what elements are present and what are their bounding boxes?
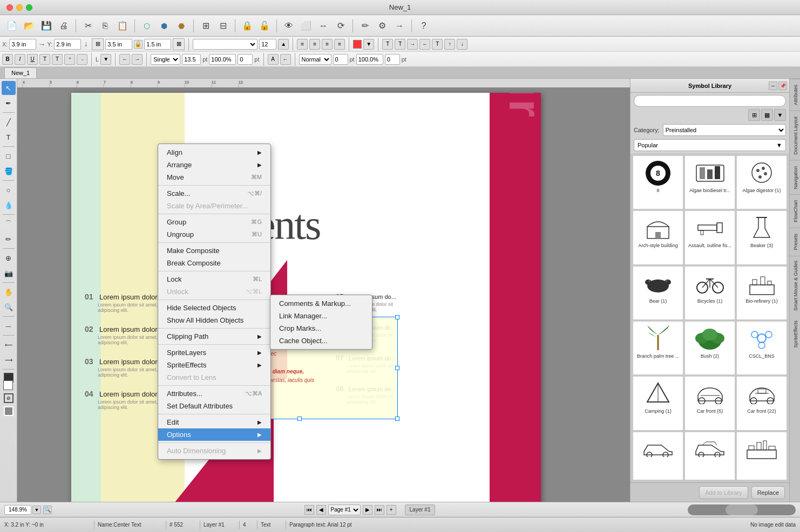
layer-select[interactable]: Layer #1 [405,504,436,515]
symbol-item-beaker[interactable]: Beaker (3) [736,210,787,264]
symbol-search-input[interactable] [634,95,786,107]
panel-pin-btn[interactable]: 📌 [778,81,787,90]
symbol-item-bear[interactable]: Bear (1) [633,266,683,320]
unlock-btn[interactable]: 🔓 [257,18,272,33]
submenu-item-cache-object[interactable]: Cache Object... [270,335,372,347]
smart-mouse-tab[interactable]: Smart Mouse & Guides [790,256,800,315]
scroll-bar[interactable] [688,504,796,515]
crop-tool[interactable]: ⊕ [2,251,16,265]
ellipse-tool[interactable]: ○ [2,183,16,197]
dash-tool[interactable]: — [2,319,16,333]
symbol-item-car-side-2[interactable] [684,432,735,480]
symbol-item-bio-refinery[interactable]: Bio-refinery (1) [736,266,787,320]
align-tr[interactable]: ⬣ [174,18,189,33]
align-tc[interactable]: ⬢ [157,18,172,33]
color-dropdown[interactable]: ▼ [363,39,374,50]
arrow-left-tool[interactable]: ⟵ [2,338,16,352]
settings-btn[interactable]: ⚙ [375,18,390,33]
rect-tool[interactable]: □ [2,149,16,163]
eyedrop-tool[interactable]: 💧 [2,198,16,212]
minimize-button[interactable] [16,4,23,11]
spacing-select[interactable]: Single [151,54,180,65]
fill-tool[interactable]: 🪣 [2,164,16,178]
l-dropdown[interactable]: ▼ [100,54,111,65]
menu-item-attributes[interactable]: Attributes... ⌥⌘A [158,387,270,400]
canvas-btn[interactable]: ⬜ [299,18,314,33]
font-size-input[interactable] [259,39,276,50]
symbol-item-car-front-5[interactable]: Car front (5) [684,376,735,430]
refresh-btn[interactable]: ⟳ [333,18,348,33]
navigation-tab[interactable]: Navigation [790,160,800,195]
close-button[interactable] [6,4,13,11]
grid-btn[interactable]: ⊞ [198,18,213,33]
no-fill-btn[interactable]: ⊘ [4,393,13,403]
maximize-button[interactable] [26,4,32,11]
new-button[interactable]: 📄 [4,18,19,33]
zoom-input[interactable] [4,505,31,515]
bezier-tool[interactable]: ⌒ [2,217,16,231]
align-tl[interactable]: ⬡ [139,18,154,33]
line-tool[interactable]: ╱ [2,115,16,129]
height-input[interactable] [144,39,171,50]
page-first-btn[interactable]: ⏮ [304,505,314,515]
menu-item-group[interactable]: Group ⌘G [158,216,270,228]
page-next-btn[interactable]: ▶ [363,505,372,515]
zoom-tool[interactable]: 🔍 [2,300,16,314]
menu-item-make-composite[interactable]: Make Composite [158,244,270,257]
submenu-item-crop-marks[interactable]: Crop Marks... [270,322,372,335]
sub-btn[interactable]: ₋ [77,54,87,65]
text-btn4[interactable]: ← [419,39,430,50]
menu-item-spriteeffects[interactable]: SpriteEffects ▶ [158,359,270,371]
text-btn7[interactable]: ↓ [457,39,467,50]
caps-btn[interactable]: T [39,54,50,65]
offset2-input[interactable] [385,54,400,65]
symbol-item-arch[interactable]: Arch-style building [633,210,683,264]
bold-btn[interactable]: B [2,54,13,65]
popular-dropdown[interactable]: Popular ▼ [634,139,786,151]
symbol-item-assault[interactable]: Assault, outline fis... [684,210,735,264]
arrow-btn2[interactable]: → [132,54,143,65]
pen-tool[interactable]: ✒ [2,96,16,110]
menu-item-edit[interactable]: Edit ▶ [158,416,270,428]
hand-tool[interactable]: ✋ [2,285,16,299]
submenu-item-comments[interactable]: Comments & Markup... [270,297,372,310]
menu-item-move[interactable]: Move ⌘M [158,171,270,183]
x-input[interactable] [9,39,36,50]
menu-item-show-hidden[interactable]: Show All Hidden Objects [158,314,270,326]
menu-item-ungroup[interactable]: Ungroup ⌘U [158,228,270,241]
align-right-btn[interactable]: ≡ [322,39,333,50]
symbol-item-camping[interactable]: Camping (1) [633,376,683,430]
flowchart-tab[interactable]: FlowChart [790,194,800,228]
text-btn2[interactable]: T [395,39,405,50]
handle-mr[interactable] [395,366,399,370]
submenu-item-link-manager[interactable]: Link Manager... [270,310,372,322]
font-size-up[interactable]: ▲ [278,39,289,50]
transform-btn[interactable]: ⊠ [173,38,185,50]
pencil-tool[interactable]: ✏ [2,232,16,246]
help-btn[interactable]: ? [416,18,431,33]
grid-small-view-btn[interactable]: ⊞ [748,109,760,121]
panel-minimize-btn[interactable]: ─ [769,81,777,90]
menu-item-lock[interactable]: Lock ⌘L [158,273,270,285]
menu-item-break-composite[interactable]: Break Composite [158,257,270,269]
arrow-btn1[interactable]: ← [119,54,130,65]
scroll-thumb[interactable] [726,504,758,515]
zoom-dropdown[interactable]: ▼ [32,506,41,514]
align-center-btn[interactable]: ≡ [309,39,320,50]
offset-input[interactable] [238,54,253,65]
handle-bc[interactable] [297,417,302,421]
symbol-item-8ball[interactable]: 8 8 [633,155,683,209]
add-page-btn[interactable]: + [387,505,396,515]
symbol-item-car-side-1[interactable] [633,432,683,480]
grid-large-view-btn[interactable]: ▦ [761,109,773,121]
symbol-item-branch-palm[interactable]: Branch palm tree ... [633,321,683,375]
presets-tab[interactable]: Presets [790,228,800,256]
symbol-item-bush[interactable]: Bush (2) [684,321,735,375]
grid2-btn[interactable]: ⊟ [215,18,230,33]
camera-tool[interactable]: 📷 [2,266,16,280]
category-select[interactable]: Preinstalled [663,124,786,136]
arrow-right-tool[interactable]: ⟶ [2,353,16,367]
swap-colors-btn[interactable] [4,406,13,416]
text-btn3[interactable]: → [407,39,418,50]
scale2-input[interactable] [356,54,383,65]
